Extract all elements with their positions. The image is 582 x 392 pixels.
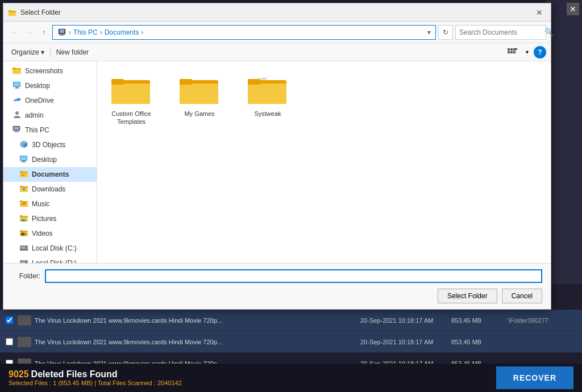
- svg-rect-69: [180, 84, 218, 104]
- organize-dropdown-icon: ▾: [41, 48, 44, 56]
- folder-custom-office[interactable]: Custom Office Templates: [106, 70, 157, 131]
- forward-button[interactable]: →: [23, 26, 35, 39]
- sidebar-label: Local Disk (C:): [32, 244, 92, 252]
- sidebar-item-3dobjects[interactable]: 3D Objects: [3, 137, 97, 152]
- svg-rect-2: [9, 10, 11, 12]
- up-button[interactable]: ↑: [38, 26, 50, 39]
- svg-rect-11: [510, 51, 513, 53]
- svg-point-59: [26, 247, 27, 249]
- sidebar-item-pictures[interactable]: Pictures: [3, 211, 97, 226]
- svg-rect-55: [21, 233, 24, 236]
- select-folder-dialog: Select Folder ✕ ← → ↑ › This PC › Docume…: [3, 3, 551, 310]
- svg-rect-19: [16, 87, 18, 88]
- svg-rect-24: [15, 131, 18, 132]
- sidebar-item-admin[interactable]: admin: [3, 108, 97, 123]
- svg-rect-10: [508, 51, 510, 53]
- sidebar-item-desktop2[interactable]: Desktop: [3, 152, 97, 167]
- sidebar-item-onedrive[interactable]: OneDrive: [3, 93, 97, 108]
- sidebar-item-music[interactable]: Music: [3, 197, 97, 211]
- address-path[interactable]: › This PC › Documents › ▾: [52, 25, 436, 40]
- close-panel-button[interactable]: ✕: [567, 3, 579, 15]
- search-box[interactable]: 🔍: [455, 25, 546, 40]
- sidebar-item-screenshots[interactable]: Screenshots: [3, 64, 97, 78]
- sidebar-item-videos[interactable]: Videos: [3, 226, 97, 241]
- view-dropdown-button[interactable]: ▾: [523, 47, 531, 57]
- table-row[interactable]: The Virus Lockdown 2021 www.9kmovies.car…: [0, 310, 582, 331]
- refresh-button[interactable]: ↻: [438, 25, 453, 40]
- svg-rect-20: [15, 88, 19, 89]
- svg-point-21: [15, 111, 19, 115]
- sidebar-label: OneDrive: [25, 97, 92, 105]
- file-size: 853.45 MB: [451, 317, 508, 324]
- folder-my-games[interactable]: My Games: [174, 70, 225, 122]
- footer-info: 9025 Deleted Files Found Selected Files …: [9, 369, 182, 386]
- svg-rect-18: [14, 82, 20, 86]
- path-thispc[interactable]: This PC: [73, 28, 98, 36]
- folder-icon-systweak: [248, 74, 288, 107]
- path-documents[interactable]: Documents: [105, 28, 139, 36]
- right-panel: ✕: [547, 0, 582, 284]
- svg-rect-15: [13, 69, 21, 74]
- sidebar-label: admin: [25, 111, 92, 119]
- folder-path-input[interactable]: [45, 269, 542, 283]
- path-separator: ›: [69, 28, 71, 36]
- sidebar-item-thispc[interactable]: This PC: [3, 123, 97, 137]
- sidebar-label: Desktop: [25, 82, 92, 90]
- svg-point-45: [22, 204, 23, 206]
- close-button[interactable]: ✕: [533, 6, 546, 19]
- svg-rect-44: [20, 201, 23, 202]
- folder-label: Systweak: [254, 110, 281, 118]
- svg-rect-16: [13, 68, 15, 69]
- toolbar-separator: [50, 47, 51, 57]
- cancel-button[interactable]: Cancel: [502, 289, 542, 303]
- sidebar-item-downloads[interactable]: Downloads: [3, 182, 97, 197]
- sidebar-item-localdiskd[interactable]: Local Disk (D:): [3, 256, 97, 263]
- recover-button[interactable]: RECOVER: [496, 366, 573, 389]
- file-icon: [18, 315, 31, 326]
- svg-rect-75: [248, 79, 260, 85]
- view-toggle-button[interactable]: [505, 47, 521, 58]
- sidebar: Screenshots Desktop: [3, 61, 97, 263]
- row-checkbox[interactable]: [6, 316, 13, 324]
- svg-rect-1: [9, 12, 16, 16]
- sidebar-item-documents[interactable]: Documents: [3, 167, 97, 182]
- cube-icon: [19, 140, 28, 149]
- select-folder-button[interactable]: Select Folder: [438, 289, 497, 303]
- file-date: 20-Sep-2021 10:18:17 AM: [360, 339, 451, 345]
- onedrive-icon: [13, 96, 22, 105]
- svg-rect-54: [20, 230, 23, 232]
- folder-systweak[interactable]: Systweak: [242, 70, 293, 122]
- path-separator: ›: [141, 28, 143, 36]
- svg-rect-25: [14, 132, 19, 132]
- sidebar-label: Local Disk (D:): [32, 259, 92, 263]
- row-checkbox[interactable]: [6, 338, 13, 345]
- svg-rect-32: [22, 161, 25, 162]
- svg-rect-6: [59, 35, 65, 35]
- folder-icon-my-games: [180, 74, 219, 107]
- back-button[interactable]: ←: [8, 26, 20, 39]
- svg-rect-5: [60, 34, 64, 35]
- svg-rect-70: [180, 79, 192, 85]
- new-folder-button[interactable]: New folder: [53, 47, 92, 58]
- sidebar-label: Videos: [32, 230, 92, 237]
- desktop-icon: [13, 81, 22, 90]
- help-button[interactable]: ?: [534, 46, 546, 59]
- computer-icon: [13, 126, 22, 135]
- organize-label: Organize: [11, 48, 39, 56]
- organize-button[interactable]: Organize ▾: [8, 47, 48, 58]
- path-dropdown-arrow[interactable]: ▾: [427, 28, 431, 36]
- app-footer: 9025 Deleted Files Found Selected Files …: [0, 364, 582, 392]
- dialog-buttons: Select Folder Cancel: [12, 289, 542, 303]
- search-input[interactable]: [459, 28, 544, 36]
- sidebar-label: Downloads: [32, 185, 92, 193]
- svg-rect-60: [20, 249, 28, 251]
- file-date: 20-Sep-2021 10:18:17 AM: [360, 317, 451, 324]
- sidebar-item-localdiskc[interactable]: Local Disk (C:): [3, 241, 97, 256]
- main-content: Screenshots Desktop: [3, 61, 551, 263]
- svg-rect-41: [20, 186, 23, 187]
- dialog-footer: Folder: Select Folder Cancel: [3, 263, 551, 309]
- address-bar: ← → ↑ › This PC › Documents › ▾ ↻ 🔍: [3, 22, 551, 43]
- file-icon: [18, 337, 31, 347]
- sidebar-item-desktop[interactable]: Desktop: [3, 78, 97, 93]
- table-row[interactable]: The Virus Lockdown 2021 www.9kmovies.car…: [0, 331, 582, 353]
